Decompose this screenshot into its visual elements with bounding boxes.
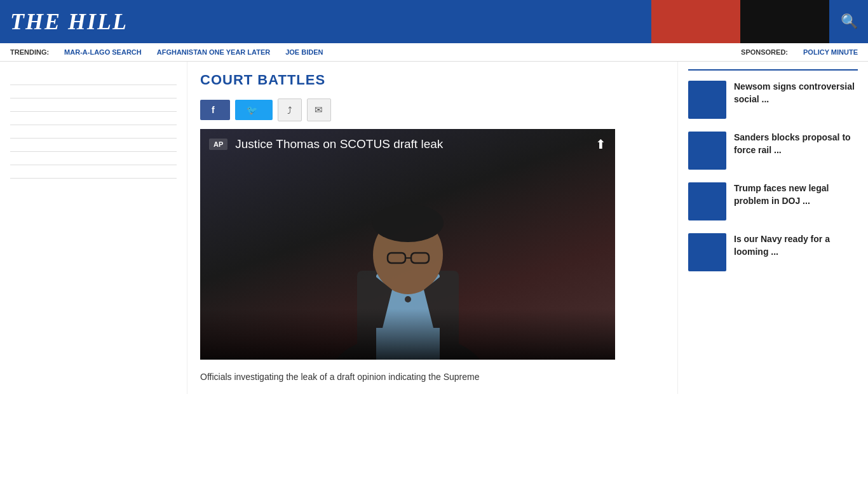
sidebar-divider-2 [10,98,177,98]
news-item-2[interactable]: Sanders blocks proposal to force rail ..… [688,132,858,170]
left-sidebar [0,62,187,394]
header: THE HILL 🔍 [0,0,868,43]
sidebar-divider-6 [10,151,177,152]
share-arrow-icon: ⤴ [287,105,292,116]
news-thumb-1 [688,81,726,119]
right-sidebar: Newsom signs controversial social ... Sa… [677,62,868,394]
site-logo[interactable]: THE HILL [10,8,128,35]
header-red-ad-block [651,0,740,43]
news-thumb-4 [688,233,726,271]
share-email-button[interactable]: ✉ [307,98,331,121]
policy-minute-link[interactable]: POLICY MINUTE [803,48,858,56]
share-bar: f 🐦 ⤴ ✉ [200,98,665,121]
svg-point-4 [372,204,444,242]
news-item-link-3[interactable]: Trump faces new legal problem in DOJ ... [734,183,829,206]
news-item-title-2: Sanders blocks proposal to force rail ..… [734,132,858,170]
news-thumb-3 [688,182,726,220]
article-excerpt: Officials investigating the leak of a dr… [200,370,613,384]
video-share-icon[interactable]: ⬆ [595,137,606,152]
video-player[interactable]: AP Justice Thomas on SCOTUS draft leak ⬆ [200,129,615,360]
header-right: 🔍 [651,0,858,43]
main-layout: COURT BATTLES f 🐦 ⤴ ✉ [0,62,868,394]
header-black-ad-block [740,0,829,43]
email-icon: ✉ [315,104,323,116]
sidebar-divider-4 [10,125,177,125]
article-tag[interactable]: COURT BATTLES [200,72,665,88]
news-item-title-3: Trump faces new legal problem in DOJ ... [734,182,858,220]
share-twitter-button[interactable]: 🐦 [235,100,273,120]
trending-bar: TRENDING: MAR-A-LAGO SEARCH AFGHANISTAN … [0,43,868,62]
facebook-icon: f [212,105,215,115]
news-thumb-2 [688,132,726,170]
svg-point-10 [405,296,411,302]
trending-label: TRENDING: [10,48,49,56]
video-ap-badge: AP [209,139,227,150]
sidebar-divider-3 [10,111,177,112]
news-item-1[interactable]: Newsom signs controversial social ... [688,81,858,119]
center-content: COURT BATTLES f 🐦 ⤴ ✉ [187,62,677,394]
news-item-3[interactable]: Trump faces new legal problem in DOJ ... [688,182,858,220]
video-header-bar: AP Justice Thomas on SCOTUS draft leak ⬆ [209,137,606,152]
news-item-title-1: Newsom signs controversial social ... [734,81,858,119]
trending-link-joe-biden[interactable]: JOE BIDEN [285,48,323,56]
video-gradient-overlay [200,309,615,360]
sidebar-divider-8 [10,178,177,179]
right-sidebar-top-divider [688,69,858,71]
news-item-link-4[interactable]: Is our Navy ready for a looming ... [734,234,830,257]
sponsored-label: SPONSORED: [741,48,788,56]
twitter-icon: 🐦 [247,105,257,115]
video-title: Justice Thomas on SCOTUS draft leak [235,137,588,151]
share-more-button[interactable]: ⤴ [278,98,302,121]
news-item-4[interactable]: Is our Navy ready for a looming ... [688,233,858,271]
trending-link-afghanistan[interactable]: AFGHANISTAN ONE YEAR LATER [157,48,270,56]
news-item-title-4: Is our Navy ready for a looming ... [734,233,858,271]
news-item-link-2[interactable]: Sanders blocks proposal to force rail ..… [734,132,851,155]
sidebar-divider-5 [10,138,177,139]
search-icon[interactable]: 🔍 [841,13,858,30]
sidebar-divider-1 [10,85,177,85]
sidebar-divider-7 [10,165,177,165]
trending-link-mar-a-lago[interactable]: MAR-A-LAGO SEARCH [64,48,142,56]
news-item-link-1[interactable]: Newsom signs controversial social ... [734,81,855,104]
share-facebook-button[interactable]: f [200,100,230,120]
